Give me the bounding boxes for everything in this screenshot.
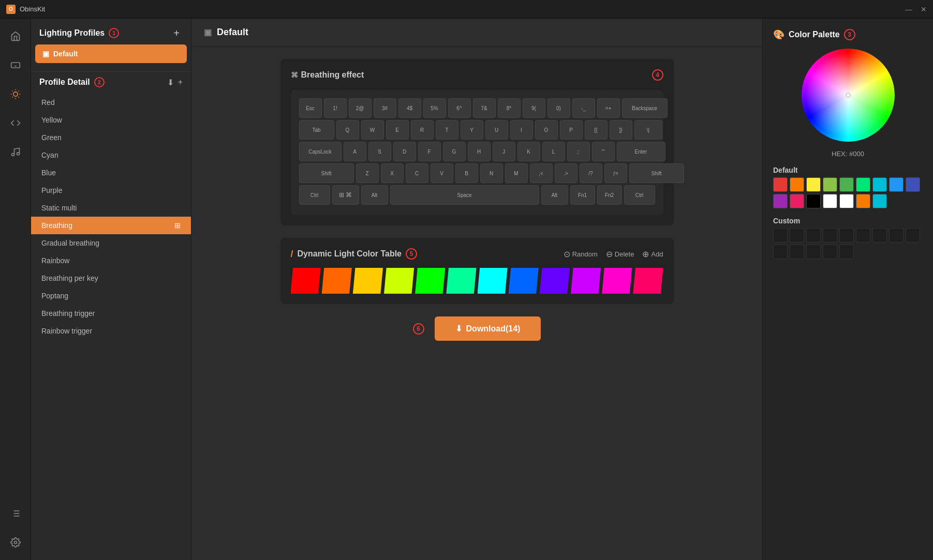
key-e[interactable]: E xyxy=(386,120,409,140)
key-k[interactable]: K xyxy=(517,142,540,161)
key-p[interactable]: P xyxy=(560,120,583,140)
key-fn2[interactable]: Fn2 xyxy=(597,185,622,205)
key-h[interactable]: H xyxy=(468,142,491,161)
color-swatch-3[interactable] xyxy=(384,268,414,294)
effect-item-green[interactable]: Green xyxy=(31,129,191,146)
key-7[interactable]: 7& xyxy=(473,98,496,118)
key-lctrl[interactable]: Ctrl xyxy=(299,185,330,205)
default-swatch-6[interactable] xyxy=(872,177,887,192)
key-j[interactable]: J xyxy=(493,142,515,161)
list-icon[interactable] xyxy=(6,504,25,523)
key-lalt[interactable]: Alt xyxy=(361,185,388,205)
key-w[interactable]: W xyxy=(361,120,384,140)
default-swatch-14[interactable] xyxy=(856,194,870,208)
color-swatch-8[interactable] xyxy=(540,268,570,294)
default-swatch-10[interactable] xyxy=(790,194,804,208)
custom-swatch-9[interactable] xyxy=(773,245,788,259)
custom-swatch-12[interactable] xyxy=(823,245,837,259)
random-button[interactable]: ⊙ Random xyxy=(564,249,598,259)
key-4[interactable]: 4$ xyxy=(398,98,421,118)
color-swatch-1[interactable] xyxy=(322,268,352,294)
close-button[interactable]: ✕ xyxy=(921,5,927,13)
key-comma[interactable]: ,< xyxy=(530,163,553,183)
key-enter[interactable]: Enter xyxy=(617,142,665,161)
effect-item-breathing-trigger[interactable]: Breathing trigger xyxy=(31,305,191,322)
default-swatch-0[interactable] xyxy=(773,177,788,192)
key-i[interactable]: I xyxy=(510,120,533,140)
color-swatch-5[interactable] xyxy=(446,268,476,294)
key-rshift[interactable]: Shift xyxy=(629,163,684,183)
default-swatch-5[interactable] xyxy=(856,177,870,192)
key-rbracket[interactable]: ]} xyxy=(610,120,632,140)
settings-icon[interactable] xyxy=(6,533,25,552)
home-icon[interactable] xyxy=(6,27,25,46)
custom-swatch-1[interactable] xyxy=(790,228,804,243)
effect-item-breathing-per-key[interactable]: Breathing per key xyxy=(31,269,191,287)
key-n[interactable]: N xyxy=(480,163,503,183)
key-esc[interactable]: Esc xyxy=(299,98,322,118)
key-capslock[interactable]: CapsLock xyxy=(299,142,342,161)
default-swatch-2[interactable] xyxy=(806,177,821,192)
color-wheel[interactable] xyxy=(802,49,895,142)
custom-swatch-7[interactable] xyxy=(889,228,904,243)
effect-item-gradual-breathing[interactable]: Gradual breathing xyxy=(31,234,191,252)
custom-swatch-8[interactable] xyxy=(906,228,920,243)
default-profile-item[interactable]: ▣ Default xyxy=(35,44,187,63)
key-backspace[interactable]: Backspace xyxy=(622,98,668,118)
add-color-button[interactable]: ⊕ Add xyxy=(642,249,663,259)
key-t[interactable]: T xyxy=(436,120,458,140)
key-6[interactable]: 6^ xyxy=(448,98,471,118)
key-d[interactable]: D xyxy=(393,142,416,161)
export-button[interactable]: ⬇ xyxy=(167,78,174,87)
key-backslash[interactable]: \| xyxy=(634,120,662,140)
default-swatch-7[interactable] xyxy=(889,177,904,192)
key-ralt[interactable]: Alt xyxy=(541,185,568,205)
color-swatch-6[interactable] xyxy=(478,268,508,294)
effect-item-static-multi[interactable]: Static multi xyxy=(31,199,191,217)
key-fn1[interactable]: Fn1 xyxy=(570,185,595,205)
default-swatch-3[interactable] xyxy=(823,177,837,192)
key-8[interactable]: 8* xyxy=(498,98,521,118)
effect-item-breathing[interactable]: Breathing ⊞ xyxy=(31,217,191,234)
key-m[interactable]: M xyxy=(505,163,528,183)
key-quote[interactable]: '" xyxy=(592,142,615,161)
key-v[interactable]: V xyxy=(431,163,453,183)
default-swatch-8[interactable] xyxy=(906,177,920,192)
key-l[interactable]: L xyxy=(542,142,565,161)
key-r[interactable]: R xyxy=(411,120,434,140)
custom-swatch-6[interactable] xyxy=(872,228,887,243)
key-1[interactable]: 1! xyxy=(324,98,347,118)
effect-item-blue[interactable]: Blue xyxy=(31,164,191,181)
color-swatch-4[interactable] xyxy=(415,268,445,294)
key-5[interactable]: 5% xyxy=(423,98,446,118)
key-2[interactable]: 2@ xyxy=(349,98,372,118)
key-win[interactable]: ⊞ ⌘ xyxy=(332,185,359,205)
key-slash[interactable]: /? xyxy=(580,163,602,183)
default-swatch-12[interactable] xyxy=(823,194,837,208)
color-swatch-7[interactable] xyxy=(509,268,539,294)
custom-swatch-10[interactable] xyxy=(790,245,804,259)
effect-item-red[interactable]: Red xyxy=(31,94,191,111)
key-lbracket[interactable]: [{ xyxy=(585,120,608,140)
key-f[interactable]: F xyxy=(418,142,441,161)
key-semicolon[interactable]: ;: xyxy=(567,142,590,161)
key-0[interactable]: 0) xyxy=(547,98,570,118)
color-swatch-2[interactable] xyxy=(353,268,383,294)
lighting-icon[interactable] xyxy=(6,85,25,103)
add-profile-button[interactable]: + xyxy=(170,27,183,39)
key-b[interactable]: B xyxy=(455,163,478,183)
effect-item-rainbow[interactable]: Rainbow xyxy=(31,252,191,269)
key-c[interactable]: C xyxy=(406,163,428,183)
key-z[interactable]: Z xyxy=(356,163,379,183)
minimize-button[interactable]: — xyxy=(905,5,912,13)
default-swatch-11[interactable] xyxy=(806,194,821,208)
code-icon[interactable] xyxy=(6,114,25,132)
key-rctrl[interactable]: Ctrl xyxy=(624,185,655,205)
delete-button[interactable]: ⊖ Delete xyxy=(606,249,634,259)
effect-item-poptang[interactable]: Poptang xyxy=(31,287,191,305)
key-a[interactable]: A xyxy=(344,142,366,161)
key-tab[interactable]: Tab xyxy=(299,120,334,140)
custom-swatch-2[interactable] xyxy=(806,228,821,243)
add-effect-button[interactable]: + xyxy=(178,78,183,87)
color-swatch-9[interactable] xyxy=(571,268,601,294)
